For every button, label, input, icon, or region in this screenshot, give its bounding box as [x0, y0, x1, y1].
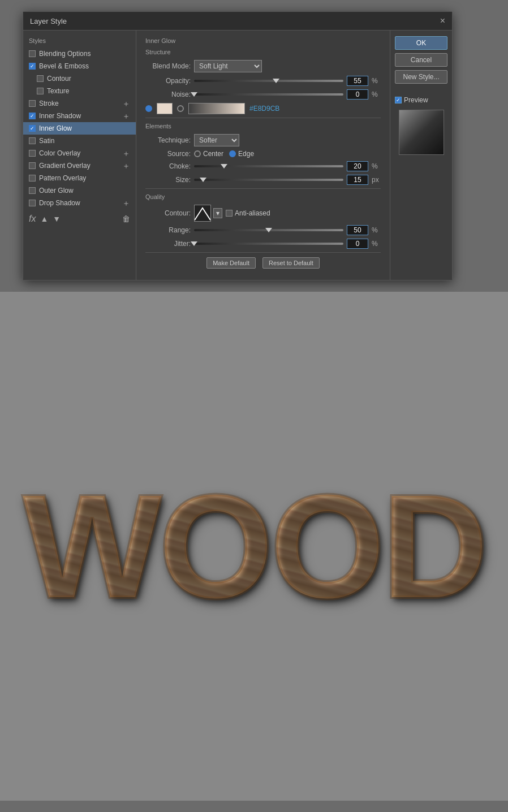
move-up-icon[interactable]: ▲	[40, 214, 48, 223]
gradient-swatch[interactable]	[188, 103, 245, 114]
noise-input[interactable]	[347, 89, 368, 100]
satin-checkbox[interactable]	[29, 137, 36, 144]
contour-preview[interactable]	[194, 205, 211, 222]
quality-title: Quality	[145, 193, 381, 200]
cancel-button[interactable]: Cancel	[395, 53, 447, 67]
source-edge-radio[interactable]	[229, 150, 236, 157]
jitter-input[interactable]	[347, 239, 368, 249]
inner-glow-checkbox[interactable]: ✓	[29, 125, 36, 132]
dialog-titlebar: Layer Style ×	[23, 12, 452, 31]
source-center-label[interactable]: Center	[194, 150, 223, 158]
texture-checkbox[interactable]	[37, 88, 44, 94]
contour-select-wrapper: ▾	[194, 205, 222, 222]
preview-checkbox[interactable]: ✓	[395, 97, 402, 103]
inner-glow-section-title: Inner Glow	[145, 37, 381, 44]
blending-options-checkbox[interactable]	[29, 50, 36, 57]
sidebar-item-gradient-overlay[interactable]: Gradient Overlay ＋	[23, 159, 136, 172]
sidebar-item-texture[interactable]: Texture	[23, 85, 136, 97]
sidebar-item-outer-glow[interactable]: Outer Glow	[23, 184, 136, 197]
noise-label: Noise:	[145, 90, 191, 98]
range-unit: %	[372, 226, 381, 234]
gradient-overlay-add-icon[interactable]: ＋	[122, 162, 130, 170]
inner-shadow-add-icon[interactable]: ＋	[122, 112, 130, 120]
color-overlay-label: Color Overlay	[39, 149, 80, 157]
contour-checkbox[interactable]	[37, 75, 44, 82]
contour-dropdown-button[interactable]: ▾	[213, 208, 222, 218]
color-overlay-add-icon[interactable]: ＋	[122, 149, 130, 157]
color-radio-gradient[interactable]	[177, 105, 184, 112]
color-overlay-checkbox[interactable]	[29, 150, 36, 157]
stroke-add-icon[interactable]: ＋	[122, 100, 130, 107]
anti-aliased-text: Anti-aliased	[235, 209, 270, 217]
sidebar-item-color-overlay[interactable]: Color Overlay ＋	[23, 147, 136, 159]
drop-shadow-add-icon[interactable]: ＋	[122, 199, 130, 207]
drop-shadow-label: Drop Shadow	[39, 199, 80, 207]
choke-slider-track[interactable]	[194, 165, 343, 167]
source-center-radio[interactable]	[194, 150, 201, 157]
range-input[interactable]	[347, 225, 368, 235]
source-row: Source: Center Edge	[145, 150, 381, 158]
drop-shadow-checkbox[interactable]	[29, 200, 36, 206]
opacity-unit: %	[372, 77, 381, 85]
blend-mode-row: Blend Mode: Soft Light Normal Multiply S…	[145, 60, 381, 72]
sidebar-item-drop-shadow[interactable]: Drop Shadow ＋	[23, 197, 136, 209]
noise-slider-track[interactable]	[194, 93, 343, 96]
sidebar-item-pattern-overlay[interactable]: Pattern Overlay	[23, 172, 136, 184]
close-button[interactable]: ×	[440, 16, 445, 25]
choke-slider-container[interactable]	[194, 165, 343, 167]
gradient-overlay-checkbox[interactable]	[29, 162, 36, 169]
opacity-input[interactable]	[347, 76, 368, 86]
range-slider-thumb	[265, 228, 272, 232]
blend-mode-select[interactable]: Soft Light Normal Multiply Screen Overla…	[194, 60, 262, 72]
sidebar-item-blending-options[interactable]: Blending Options	[23, 47, 136, 60]
ok-button[interactable]: OK	[395, 36, 447, 50]
opacity-slider-track[interactable]	[194, 80, 343, 82]
size-slider-container[interactable]	[194, 179, 343, 181]
jitter-slider-track[interactable]	[194, 243, 343, 245]
color-swatch[interactable]	[157, 103, 173, 114]
preview-label-row: ✓ Preview	[395, 96, 447, 104]
new-style-button[interactable]: New Style...	[395, 70, 447, 84]
range-slider-track[interactable]	[194, 229, 343, 231]
source-center-text: Center	[203, 150, 223, 158]
size-slider-track[interactable]	[194, 179, 343, 181]
outer-glow-checkbox[interactable]	[29, 187, 36, 194]
bevel-emboss-checkbox[interactable]: ✓	[29, 63, 36, 70]
reset-to-default-button[interactable]: Reset to Default	[262, 257, 320, 269]
sidebar-item-bevel-emboss[interactable]: ✓ Bevel & Emboss	[23, 60, 136, 72]
sidebar-item-inner-glow[interactable]: ✓ Inner Glow	[23, 122, 136, 135]
make-default-button[interactable]: Make Default	[206, 257, 256, 269]
elements-title: Elements	[145, 123, 381, 129]
range-slider-container[interactable]	[194, 229, 343, 231]
anti-aliased-label[interactable]: Anti-aliased	[226, 209, 270, 217]
source-edge-label[interactable]: Edge	[229, 150, 254, 158]
bevel-emboss-label: Bevel & Emboss	[39, 62, 89, 70]
noise-slider-container[interactable]	[194, 93, 343, 96]
blending-options-label: Blending Options	[39, 50, 91, 58]
sidebar-item-contour[interactable]: Contour	[23, 72, 136, 85]
inner-shadow-checkbox[interactable]: ✓	[29, 113, 36, 119]
contour-row: Contour: ▾ Anti-aliased	[145, 205, 381, 222]
choke-input[interactable]	[347, 161, 368, 171]
choke-unit: %	[372, 162, 381, 170]
stroke-checkbox[interactable]	[29, 100, 36, 107]
pattern-overlay-checkbox[interactable]	[29, 175, 36, 182]
sidebar-item-inner-shadow[interactable]: ✓ Inner Shadow ＋	[23, 110, 136, 122]
technique-select[interactable]: Softer Precise	[194, 134, 239, 146]
layer-style-dialog: Layer Style × Styles Blending Options ✓ …	[23, 11, 453, 280]
range-row: Range: %	[145, 225, 381, 235]
jitter-slider-container[interactable]	[194, 243, 343, 245]
fx-icon[interactable]: fx	[29, 214, 36, 224]
sidebar-item-satin[interactable]: Satin	[23, 135, 136, 147]
sidebar-item-stroke[interactable]: Stroke ＋	[23, 97, 136, 110]
jitter-label: Jitter:	[145, 240, 191, 248]
dialog-body: Styles Blending Options ✓ Bevel & Emboss…	[23, 31, 452, 280]
size-input[interactable]	[347, 175, 368, 185]
opacity-slider-container[interactable]	[194, 80, 343, 82]
move-down-icon[interactable]: ▼	[53, 214, 61, 223]
color-hex-value[interactable]: #E8D9CB	[249, 105, 279, 113]
delete-icon[interactable]: 🗑	[122, 214, 130, 223]
outer-glow-label: Outer Glow	[39, 187, 74, 195]
color-radio-solid[interactable]	[145, 105, 152, 112]
anti-aliased-checkbox[interactable]	[226, 210, 233, 217]
